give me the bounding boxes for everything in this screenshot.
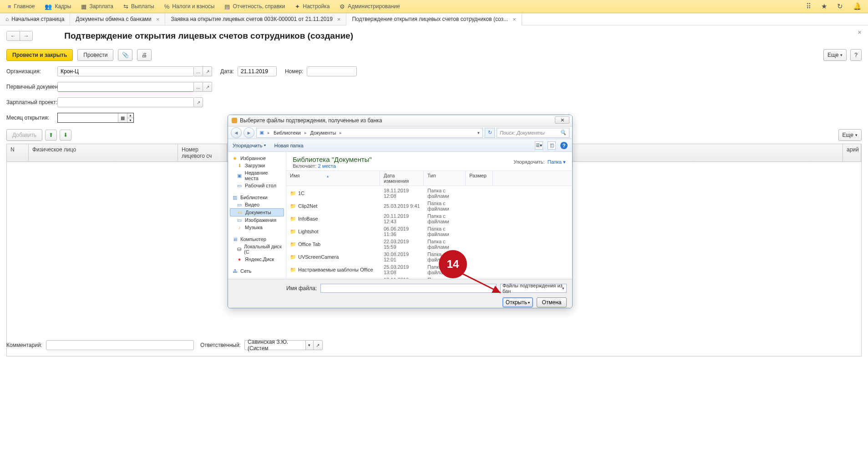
tab-bank-docs[interactable]: Документы обмена с банками×	[70, 13, 165, 25]
tab-request[interactable]: Заявка на открытие лицевых счетов 00ЗК-0…	[165, 13, 346, 25]
month-input[interactable]	[58, 113, 118, 122]
file-row[interactable]: 📁1C18.11.2019 12:08Папка с файлами	[286, 187, 572, 200]
responsible-value[interactable]: Савинская З.Ю. (Систем	[244, 340, 305, 350]
cancel-button[interactable]: Отмена	[537, 297, 567, 307]
col-type[interactable]: Тип	[424, 171, 466, 186]
apps-icon[interactable]: ⠿	[803, 2, 814, 10]
side-images[interactable]: ▭Изображения	[230, 216, 284, 224]
refresh-button[interactable]: ↻	[485, 128, 495, 138]
attach-button[interactable]: 📎	[118, 49, 132, 61]
file-row[interactable]: 📁Настраиваемые шаблоны Office25.03.2019 …	[286, 263, 572, 276]
side-recent[interactable]: ▣Недавние места	[230, 169, 284, 182]
calendar-icon[interactable]: ▦	[118, 113, 127, 122]
breadcrumb[interactable]: ▣▸ Библиотеки▸ Документы▸ ▾	[256, 128, 483, 138]
project-input[interactable]	[57, 97, 194, 107]
side-network[interactable]: 🖧Сеть	[230, 267, 284, 275]
responsible-open-button[interactable]: ↗	[314, 340, 323, 350]
preview-pane-button[interactable]: ◫	[548, 141, 556, 150]
locations-link[interactable]: 2 места	[318, 163, 335, 169]
file-row[interactable]: 📁Clip2Net25.03.2019 9:41Папка с файлами	[286, 200, 572, 212]
post-and-close-button[interactable]: Провести и закрыть	[6, 49, 73, 61]
file-row[interactable]: 📁Файлы Outlook12.11.2019 14:38Папка с фа…	[286, 276, 572, 279]
primary-doc-open-button[interactable]: ↗	[203, 82, 212, 92]
menu-taxes[interactable]: %Налоги и взносы	[159, 0, 220, 13]
number-input[interactable]	[307, 66, 357, 76]
star-icon[interactable]: ★	[818, 2, 830, 10]
org-ellipsis-button[interactable]: …	[194, 66, 203, 76]
nav-back-circle[interactable]: ◄	[231, 127, 242, 138]
side-documents[interactable]: ▭Документы	[230, 208, 284, 216]
side-desktop[interactable]: ▭Рабочий стол	[230, 182, 284, 189]
menu-admin[interactable]: ⚙Администрирование	[335, 0, 405, 13]
nav-forward-button[interactable]: →	[20, 31, 32, 40]
grid-icon: ▦	[81, 3, 86, 10]
org-input[interactable]	[57, 66, 194, 76]
help-button[interactable]: ?	[850, 49, 862, 61]
project-open-button[interactable]: ↗	[194, 97, 203, 107]
post-button[interactable]: Провести	[77, 49, 113, 61]
crumb-libraries[interactable]: Библиотеки	[274, 130, 301, 136]
responsible-dropdown-button[interactable]: ▾	[305, 340, 314, 350]
dialog-titlebar[interactable]: Выберите файлы подтверждения, полученные…	[228, 115, 572, 126]
chevron-down-icon[interactable]: ▾	[477, 131, 480, 135]
file-filter-dropdown[interactable]: Файлы подтверждения из бан	[500, 284, 567, 293]
nav-back-button[interactable]: ←	[7, 31, 20, 40]
dialog-help-button[interactable]: ?	[560, 142, 568, 149]
menu-hr[interactable]: 👥Кадры	[40, 0, 76, 13]
primary-doc-ellipsis-button[interactable]: …	[194, 82, 203, 92]
col-account[interactable]: Номер лицевого сч	[178, 144, 227, 161]
print-button[interactable]: 🖨	[137, 49, 152, 61]
bell-icon[interactable]: 🔔	[850, 2, 864, 10]
col-comment[interactable]: арий	[843, 144, 861, 161]
close-icon[interactable]: ×	[337, 16, 341, 23]
search-input[interactable]: Поиск: Документы 🔍	[497, 128, 569, 138]
col-n[interactable]: N	[7, 144, 29, 161]
history-icon[interactable]: ↻	[834, 2, 846, 10]
side-music[interactable]: ♪Музыка	[230, 224, 284, 231]
col-size[interactable]: Размер	[466, 171, 493, 186]
menu-salary[interactable]: ▦Зарплата	[76, 0, 118, 13]
comment-input[interactable]	[46, 340, 194, 350]
close-icon[interactable]: ×	[156, 16, 160, 23]
sort-value-link[interactable]: Папка ▾	[548, 159, 566, 165]
view-mode-button[interactable]: ☰▾	[535, 141, 543, 150]
dialog-close-button[interactable]: ✕	[555, 116, 569, 124]
col-date[interactable]: Дата изменения	[380, 171, 424, 186]
side-downloads[interactable]: ⬇Загрузки	[230, 162, 284, 169]
tab-confirmation[interactable]: Подтверждение открытия лицевых счетов со…	[346, 13, 522, 25]
crumb-documents[interactable]: Документы	[310, 130, 336, 136]
move-up-button[interactable]: ⬆	[45, 130, 57, 141]
menu-settings[interactable]: ✦Настройка	[290, 0, 335, 13]
col-person[interactable]: Физическое лицо	[29, 144, 178, 161]
file-row[interactable]: 📁UVScreenCamera30.08.2019 12:01Папка с ф…	[286, 251, 572, 263]
side-local-disk[interactable]: ⛁Локальный диск (C	[230, 243, 284, 256]
organize-menu[interactable]: Упорядочить ▾	[233, 143, 266, 148]
responsible-label: Ответственный:	[200, 342, 241, 348]
file-row[interactable]: 📁InfoBase20.11.2019 12:43Папка с файлами	[286, 212, 572, 225]
table-more-button[interactable]: Еще ▾	[838, 129, 862, 141]
side-yadisk[interactable]: ●Яндекс.Диск	[230, 256, 284, 263]
menu-payments[interactable]: ⇆Выплаты	[118, 0, 159, 13]
more-button[interactable]: Еще ▾	[823, 49, 847, 61]
spin-up-button[interactable]: ▲	[127, 113, 133, 118]
org-open-button[interactable]: ↗	[203, 66, 212, 76]
page-close-icon[interactable]: ×	[858, 28, 862, 36]
side-computer[interactable]: 🖥Компьютер	[230, 236, 284, 243]
side-video[interactable]: ▭Видео	[230, 201, 284, 208]
primary-doc-input[interactable]	[57, 82, 194, 92]
side-favorites[interactable]: ★Избранное	[230, 155, 284, 162]
menu-main[interactable]: ≡Главное	[3, 0, 40, 13]
spin-down-button[interactable]: ▼	[127, 118, 133, 123]
tab-home[interactable]: ⌂Начальная страница	[0, 13, 70, 25]
add-button[interactable]: Добавить	[6, 129, 42, 141]
file-row[interactable]: 📁Lightshot06.06.2019 11:36Папка с файлам…	[286, 225, 572, 238]
file-row[interactable]: 📁Office Tab22.03.2019 15:59Папка с файла…	[286, 238, 572, 251]
date-input[interactable]	[238, 66, 277, 76]
close-icon[interactable]: ×	[513, 16, 516, 23]
side-libraries[interactable]: ▥Библиотеки	[230, 194, 284, 201]
menu-reports[interactable]: ▤Отчетность, справки	[219, 0, 290, 13]
new-folder-button[interactable]: Новая папка	[274, 143, 303, 148]
move-down-button[interactable]: ⬇	[60, 130, 71, 141]
col-name[interactable]: Имя▴	[286, 171, 380, 186]
nav-forward-circle[interactable]: ►	[244, 127, 254, 138]
